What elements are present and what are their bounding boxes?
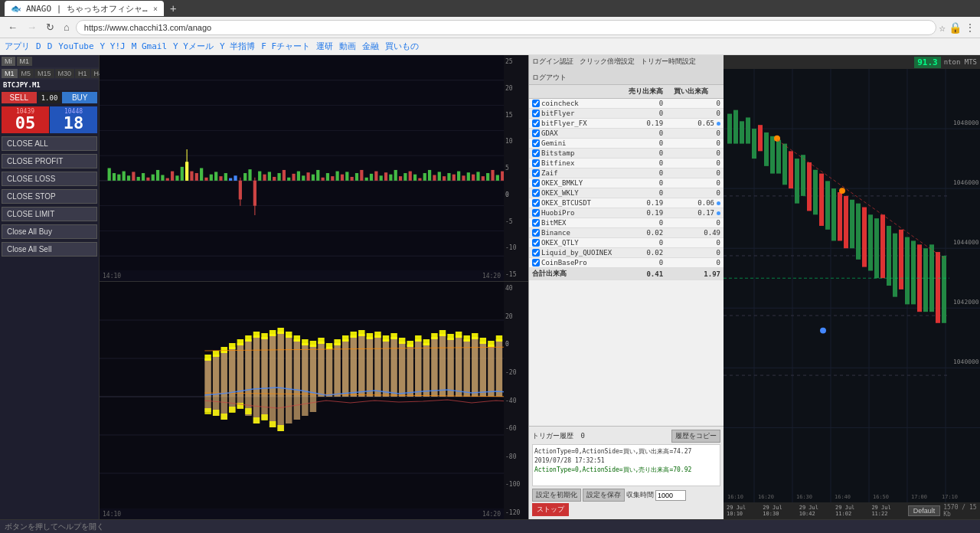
close-profit-button[interactable]: CLOSE PROFIT [2,154,97,168]
svg-rect-52 [306,172,309,181]
tab-trigger-time[interactable]: トリガー時間設定 [641,57,696,67]
exchange-checkbox-0[interactable] [532,100,540,107]
tab-click-boost[interactable]: クリック倍増設定 [580,57,635,67]
bookmark-gmail[interactable]: M Gmail [132,41,167,51]
svg-rect-54 [316,170,319,181]
svg-rect-89 [486,173,489,181]
tf-m15[interactable]: M15 [34,69,54,78]
upper-chart[interactable]: 25 20 15 10 5 0 -5 -10 -15 14:10 14:20 [100,55,528,282]
exchange-checkbox-4[interactable] [532,139,540,147]
exchange-checkbox-14[interactable] [532,239,540,247]
upper-chart-scale: 25 20 15 10 5 0 -5 -10 -15 [504,55,528,281]
exchange-checkbox-10[interactable] [532,199,540,207]
exchange-checkbox-9[interactable] [532,189,540,197]
interval-input[interactable] [655,490,686,501]
svg-rect-139 [496,339,502,397]
bookmark-shopping[interactable]: 買いもの [385,41,419,52]
bookmark-ymail[interactable]: Y Yメール [173,41,214,52]
svg-rect-239 [782,144,787,185]
tf-h1[interactable]: H1 [75,69,90,78]
svg-text:17:00: 17:00 [911,494,927,500]
tf-m30[interactable]: M30 [55,69,75,78]
bookmark-fchart[interactable]: F Fチャート [261,41,310,52]
upper-time-bar: 14:10 14:20 [100,270,504,281]
mi-button[interactable]: Mi [2,57,15,66]
close-stop-button[interactable]: CLOSE STOP [2,189,97,204]
address-bar[interactable] [76,20,936,35]
svg-rect-136 [472,337,478,397]
tab-login[interactable]: ログイン認証 [532,57,573,67]
nav-refresh-button[interactable]: ↻ [43,20,57,34]
bookmark-apps[interactable]: アプリ [5,41,30,52]
exchange-checkbox-3[interactable] [532,129,540,137]
svg-rect-71 [399,176,402,181]
svg-rect-14 [137,177,140,181]
menu-icon[interactable]: ⋮ [965,21,975,34]
svg-rect-152 [286,332,292,338]
stop-button[interactable]: ストップ [532,503,569,516]
tab-close-icon[interactable]: × [153,5,158,13]
bookmark-finance[interactable]: 金融 [362,41,379,52]
svg-point-238 [774,136,780,142]
svg-rect-112 [277,332,283,397]
svg-rect-137 [480,342,486,397]
tab-logout[interactable]: ログアウト [532,73,567,83]
tf-m5[interactable]: M5 [18,69,34,78]
copy-history-button[interactable]: 履歴をコピー [671,430,720,443]
svg-rect-144 [220,347,227,353]
new-tab-button[interactable]: + [167,2,179,15]
bookmark-youtube[interactable]: YouTube [58,41,93,51]
lower-chart[interactable]: 40 20 0 -20 -40 -60 -80 -100 -120 14:10 … [100,282,528,519]
svg-rect-106 [229,347,235,397]
close-limit-button[interactable]: CLOSE LIMIT [2,207,97,221]
exchange-checkbox-15[interactable] [532,249,540,257]
bookmark-d1[interactable]: D [36,41,41,51]
mt-chart[interactable]: 1048000 1046000 1044000 1042000 1040000 [724,69,980,502]
svg-rect-64 [365,178,368,181]
svg-rect-255 [874,218,879,278]
nav-home-button[interactable]: ⌂ [60,20,73,34]
sell-button[interactable]: SELL [2,92,37,103]
save-settings-button[interactable]: 設定を保存 [583,489,625,502]
close-loss-button[interactable]: CLOSE LOSS [2,172,97,186]
exchange-checkbox-1[interactable] [532,110,540,117]
reset-settings-button[interactable]: 設定を初期化 [532,489,581,502]
m1-button[interactable]: M1 [17,57,33,66]
buy-button[interactable]: BUY [62,92,97,103]
tf-m1[interactable]: M1 [2,69,18,78]
exchange-checkbox-8[interactable] [532,179,540,187]
exchange-checkbox-16[interactable] [532,259,540,266]
close-all-sell-button[interactable]: Close All Sell [2,242,97,257]
exchange-checkbox-6[interactable] [532,159,540,167]
svg-rect-133 [447,338,453,397]
extensions-icon[interactable]: 🔒 [949,21,962,34]
panel-header-tabs: ログイン認証 クリック倍増設定 トリガー時間設定 ログアウト [529,55,724,85]
close-all-buy-button[interactable]: Close All Buy [2,224,97,239]
svg-rect-258 [887,226,891,286]
bookmark-video[interactable]: 動画 [339,41,356,52]
bookmark-icon[interactable]: ☆ [939,21,946,34]
exchange-checkbox-7[interactable] [532,169,540,177]
buy-price-display: 10448 18 [50,106,97,133]
exchange-checkbox-11[interactable] [532,209,540,217]
bookmark-unken[interactable]: 運研 [316,41,333,52]
svg-rect-113 [286,335,292,397]
bookmark-hanshi[interactable]: Y 半指博 [220,41,255,52]
nav-back-button[interactable]: ← [5,20,21,34]
svg-rect-118 [326,347,332,397]
mt-default-button[interactable]: Default [908,505,941,516]
close-all-button[interactable]: CLOSE ALL [2,136,97,151]
exchange-checkbox-12[interactable] [532,219,540,227]
bookmark-d2[interactable]: D [47,41,53,51]
svg-point-257 [820,328,826,334]
bookmark-yj[interactable]: Y Y!J [100,41,126,51]
nav-forward-button[interactable]: → [24,20,40,34]
exchange-checkbox-2[interactable] [532,119,540,127]
browser-tab[interactable]: 🐟 ANAGO | ちゃっちオフィシャルサイト × [5,1,164,16]
exchange-checkbox-5[interactable] [532,149,540,157]
exchange-checkbox-13[interactable] [532,229,540,237]
svg-rect-156 [318,338,324,344]
tab-title: ANAGO | ちゃっちオフィシャルサイト [26,3,149,15]
svg-rect-229 [727,114,732,144]
svg-rect-87 [476,172,479,180]
